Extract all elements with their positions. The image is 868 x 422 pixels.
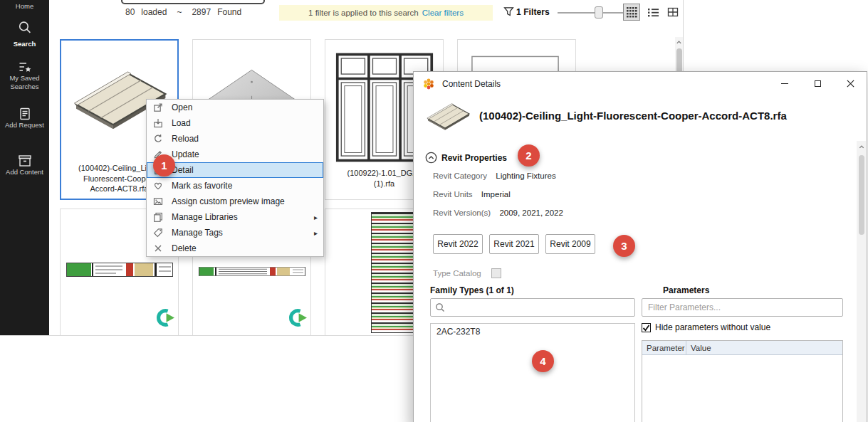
menu-item-delete[interactable]: Delete — [147, 241, 323, 256]
minimize-button[interactable] — [768, 72, 801, 95]
parameters-label: Parameters — [663, 285, 709, 295]
close-icon — [847, 80, 854, 88]
menu-item-mark-as-favorite[interactable]: Mark as favorite — [147, 178, 323, 194]
family-types-search-input[interactable] — [449, 302, 630, 312]
publisher-logo-icon — [156, 308, 175, 330]
filter-banner-text: 1 filter is applied to this search — [308, 9, 419, 17]
property-row: Revit Category Lighting Fixtures — [433, 172, 556, 180]
filter-banner: 1 filter is applied to this search Clear… — [279, 5, 493, 21]
submenu-arrow-icon: ▸ — [314, 229, 318, 237]
window-titlebar[interactable]: Content Details — [414, 72, 867, 95]
filter-parameters-input[interactable] — [642, 298, 843, 317]
hide-params-row[interactable]: Hide parameters without value — [642, 322, 770, 332]
window-scrollbar[interactable] — [857, 141, 866, 422]
type-catalog-checkbox[interactable] — [491, 268, 501, 278]
dense-grid-icon — [626, 6, 638, 19]
window-title: Content Details — [442, 79, 501, 89]
menu-item-label: Reload — [172, 134, 199, 144]
app-logo-icon — [422, 78, 435, 90]
reload-icon — [152, 134, 163, 144]
libraries-icon — [152, 212, 163, 223]
menu-item-load[interactable]: Load — [147, 115, 323, 131]
step-badge-3: 3 — [613, 235, 635, 257]
filters-label: 1 Filters — [516, 7, 550, 17]
menu-item-label: Manage Libraries — [172, 212, 238, 222]
view-dense-grid-button[interactable] — [623, 4, 640, 21]
submenu-arrow-icon: ▸ — [314, 213, 318, 221]
sidebar-item-search[interactable]: Search — [0, 40, 49, 48]
schedule-strip-thumbnail — [199, 266, 305, 279]
view-list-button[interactable] — [644, 4, 662, 21]
sidebar-item-add-content[interactable]: Add Content — [0, 168, 49, 176]
type-catalog-row: Type Catalog — [433, 268, 501, 278]
screen: 80 loaded ~ 2897 Found 1 filter is appli… — [0, 0, 868, 422]
filters-button[interactable]: 1 Filters — [503, 6, 550, 17]
sidebar-item-saved-searches[interactable]: My Saved Searches — [0, 74, 49, 91]
checkmark-icon — [642, 324, 650, 332]
size-slider[interactable] — [558, 6, 623, 20]
parameter-column-header[interactable]: Parameter — [642, 341, 686, 354]
family-types-list[interactable]: 2AC-232T8 — [430, 323, 635, 422]
step-badge-1: 1 — [153, 154, 175, 176]
sidebar-item-add-request[interactable]: Add Request — [0, 121, 49, 130]
menu-item-manage-libraries[interactable]: Manage Libraries ▸ — [147, 209, 323, 225]
menu-item-label: Assign custom preview image — [172, 196, 285, 206]
revit-2009-button[interactable]: Revit 2009 — [545, 234, 595, 254]
window-controls — [768, 72, 867, 95]
revit-2022-button[interactable]: Revit 2022 — [433, 234, 483, 254]
menu-item-label: Update — [172, 149, 199, 159]
scroll-up-arrow-icon[interactable] — [857, 144, 866, 150]
sidebar-item-home[interactable]: Home — [0, 2, 49, 11]
collapse-chevron-icon[interactable] — [425, 152, 437, 164]
menu-item-label: Delete — [172, 243, 197, 253]
family-types-search-box[interactable] — [430, 298, 635, 317]
menu-item-label: Load — [172, 118, 191, 128]
maximize-button[interactable] — [801, 72, 834, 95]
hide-params-label: Hide parameters without value — [655, 322, 770, 332]
list-icon — [647, 6, 659, 19]
menu-item-label: Manage Tags — [172, 228, 223, 238]
loaded-label: loaded — [141, 7, 167, 17]
image-icon — [152, 196, 163, 207]
file-name: (100402)-Ceiling_Light-Fluorescent-Coope… — [479, 110, 787, 122]
menu-item-label: Open — [172, 102, 192, 112]
property-row: Revit Version(s) 2009, 2021, 2022 — [433, 209, 563, 217]
view-table-button[interactable] — [664, 4, 681, 21]
approx-symbol: ~ — [177, 7, 182, 17]
section-title: Revit Properties — [441, 153, 507, 163]
content-details-window: Content Details (100402)-Ceiling_Light-F… — [413, 71, 867, 422]
loaded-count: 80 — [125, 7, 135, 17]
results-count: 80 loaded ~ 2897 Found — [125, 7, 241, 17]
parameters-table: Parameter Value — [642, 340, 843, 422]
family-type-item[interactable]: 2AC-232T8 — [431, 324, 634, 339]
open-icon — [152, 102, 163, 113]
revit-2021-button[interactable]: Revit 2021 — [489, 234, 539, 254]
found-count: 2897 — [192, 7, 211, 17]
menu-item-open[interactable]: Open — [147, 100, 323, 115]
add-request-icon — [0, 107, 49, 121]
slider-track — [558, 12, 623, 14]
menu-item-manage-tags[interactable]: Manage Tags ▸ — [147, 225, 323, 241]
close-button[interactable] — [834, 72, 867, 95]
top-search-input[interactable] — [121, 0, 265, 4]
clear-filters-link[interactable]: Clear filters — [422, 9, 464, 17]
scrollbar-thumb[interactable] — [859, 155, 864, 235]
property-row: Revit Units Imperial — [433, 190, 511, 199]
scroll-up-arrow-icon[interactable] — [675, 39, 683, 46]
table-icon — [667, 6, 679, 18]
parameters-table-header: Parameter Value — [642, 341, 842, 355]
value-column-header[interactable]: Value — [686, 341, 711, 354]
funnel-icon — [503, 6, 514, 17]
step-badge-2: 2 — [518, 144, 540, 167]
saved-searches-icon — [0, 60, 49, 74]
step-badge-4: 4 — [532, 350, 554, 372]
context-menu: Open Load Reload Update — [146, 99, 324, 257]
found-label: Found — [217, 7, 241, 17]
delete-x-icon — [152, 243, 163, 254]
menu-item-assign-custom-preview-image[interactable]: Assign custom preview image — [147, 194, 323, 209]
slider-handle[interactable] — [595, 6, 603, 19]
revit-version-buttons: Revit 2022 Revit 2021 Revit 2009 — [433, 234, 595, 254]
hide-params-checkbox[interactable] — [642, 323, 651, 332]
revit-properties-section-header[interactable]: Revit Properties — [425, 152, 507, 164]
menu-item-reload[interactable]: Reload — [147, 131, 323, 147]
